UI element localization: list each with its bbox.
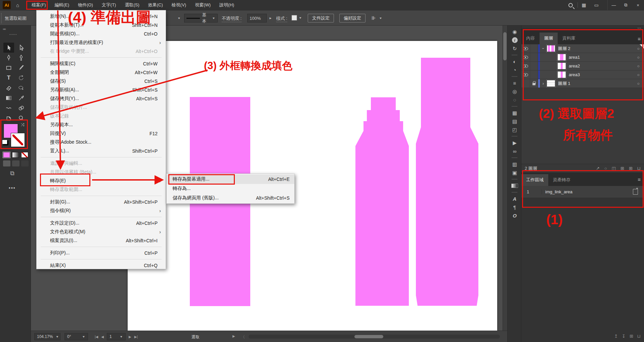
menubar-item[interactable]: 檢視(V) [167, 0, 190, 10]
last-artboard-button[interactable]: ▶| [134, 335, 138, 339]
layer-name[interactable]: area2 [569, 63, 633, 68]
visibility-toggle[interactable] [521, 79, 530, 88]
target-circle-icon[interactable]: ○ [633, 55, 644, 60]
file-menu-item[interactable]: 打開最近使用過的檔案(F) › [37, 38, 166, 47]
chevron-down-icon[interactable]: ▼ [299, 16, 302, 19]
layers-footer-icon[interactable]: ⊞ [620, 166, 624, 171]
panel-grip[interactable]: ▪▪▪▪▪▪ [9, 33, 17, 36]
zoom-tool[interactable] [16, 113, 27, 123]
dock-panel-icon[interactable]: A [513, 195, 517, 203]
chevron-down-icon[interactable]: ▼ [379, 17, 382, 20]
curvature-tool[interactable] [16, 53, 27, 63]
draw-normal-button[interactable] [3, 160, 10, 166]
file-menu-item[interactable]: 另存範本... [37, 120, 166, 129]
restore-button[interactable]: ⧉ [620, 0, 632, 10]
gradient-button[interactable] [12, 152, 19, 158]
layer-thumbnail[interactable] [557, 54, 566, 61]
layers-footer-icon[interactable]: ◫ [612, 166, 616, 171]
layer-row[interactable]: area1 ○ [521, 53, 644, 62]
layers-panel-menu-icon[interactable]: ≡ [638, 36, 641, 42]
color-button[interactable] [3, 152, 10, 158]
paintbrush-tool[interactable] [16, 63, 27, 73]
artboard-tool[interactable] [3, 113, 14, 123]
preferences-button[interactable]: 偏好設定 [339, 14, 366, 22]
file-menu-item[interactable]: 文件設定(D)... Alt+Ctrl+P [37, 219, 166, 228]
align-options-icon[interactable]: ⊪ [372, 15, 376, 21]
file-menu-item[interactable]: 置入(L)... Shift+Ctrl+P [37, 147, 166, 155]
opacity-label[interactable]: 不透明度 : [222, 15, 242, 22]
horizontal-scrollbar-thumb[interactable] [354, 335, 383, 338]
arrange-documents-icon[interactable]: ▭ [594, 2, 599, 8]
menubar-item[interactable]: 編輯(E) [50, 0, 74, 10]
zoom-level-select[interactable]: 104.17% ▼ [34, 333, 60, 340]
change-screen-mode-icon[interactable]: ⧉ [10, 170, 14, 177]
menubar-item[interactable]: 說明(H) [215, 0, 239, 10]
artboard-row[interactable]: 1 img_link_area [521, 189, 644, 195]
artboards-panel-menu-icon[interactable]: ≡ [638, 177, 641, 182]
dock-panel-icon[interactable]: ▦ [512, 109, 517, 117]
dock-panel-icon[interactable]: ▤ [512, 117, 517, 126]
file-menu-item[interactable]: 列印(P)... Ctrl+P [37, 249, 166, 257]
file-menu-item[interactable]: 儲存拷貝(Y)... Alt+Ctrl+S [37, 94, 166, 103]
dock-panel-icon[interactable]: ¶ [513, 203, 516, 211]
file-menu-item[interactable]: 封裝(G)... Alt+Shift+Ctrl+P [37, 198, 166, 206]
dock-panel-icon[interactable]: ↻ [513, 44, 517, 53]
rotation-select[interactable]: 0° ▼ [65, 333, 88, 340]
search-icon[interactable] [568, 3, 573, 7]
target-circle-icon[interactable]: ○ [633, 81, 644, 86]
opacity-expand-icon[interactable]: ▼ [268, 17, 272, 20]
prev-artboard-button[interactable]: ◀ [101, 335, 104, 339]
rectangle-tool[interactable] [3, 63, 14, 73]
lock-toggle[interactable] [530, 79, 538, 88]
panel-drag-handle[interactable] [1, 13, 2, 23]
layer-name[interactable]: 圖層 1 [558, 81, 633, 87]
layer-row[interactable]: area2 ○ [521, 62, 644, 70]
file-menu-item[interactable]: 邀請參與編輯... [37, 159, 166, 168]
direct-selection-tool[interactable] [16, 43, 27, 53]
style-label[interactable]: 樣式 : [276, 15, 287, 22]
layer-name[interactable]: 圖層 2 [558, 46, 633, 52]
panel-tab[interactable]: 工作區域 [521, 174, 548, 186]
stroke-color-swatch[interactable] [11, 133, 25, 147]
lock-toggle[interactable] [530, 44, 538, 53]
first-artboard-button[interactable]: |◀ [95, 335, 98, 339]
default-fill-stroke-icon[interactable] [2, 140, 7, 144]
menubar-item[interactable]: 效果(C) [144, 0, 167, 10]
layer-thumbnail[interactable] [557, 62, 566, 69]
menubar-item[interactable]: 物件(O) [74, 0, 97, 10]
layer-thumbnail[interactable] [547, 45, 555, 52]
artboards-footer-icon[interactable]: ⊞ [630, 334, 633, 339]
pink-bottle-shape-2[interactable] [416, 58, 478, 306]
layer-row[interactable]: › 圖層 1 ○ [521, 79, 644, 88]
layers-footer-icon[interactable]: ↗ [596, 166, 600, 171]
lock-toggle[interactable] [530, 53, 538, 61]
dock-panel-icon[interactable]: ◎ [512, 87, 517, 96]
expand-chevron-icon[interactable]: › [540, 46, 547, 51]
document-setup-button[interactable]: 文件設定 [308, 14, 334, 22]
menubar-item[interactable]: 選取(S) [120, 0, 143, 10]
stroke-style-select[interactable]: 基本 ▼ [184, 14, 218, 22]
dock-panel-icon[interactable]: i [512, 36, 518, 44]
draw-inside-button[interactable] [21, 160, 29, 166]
lock-toggle[interactable] [530, 62, 538, 70]
menubar-item[interactable]: 檔案(F) [27, 0, 50, 10]
layer-row[interactable]: › 圖層 2 ○ [521, 44, 644, 53]
selection-tool[interactable] [3, 43, 14, 53]
file-menu-item[interactable]: 結束(X) Ctrl+Q [37, 261, 166, 270]
dock-panel-icon[interactable]: ◉ [512, 28, 517, 36]
target-circle-icon[interactable]: ○ [633, 64, 644, 68]
close-button[interactable]: × [632, 0, 644, 10]
visibility-toggle[interactable] [521, 70, 530, 79]
minimize-button[interactable]: — [608, 0, 620, 10]
menubar-item[interactable]: 視窗(W) [190, 0, 215, 10]
pen-tool[interactable] [3, 53, 14, 63]
target-circle-icon[interactable]: ○ [633, 72, 644, 77]
dock-panel-icon[interactable]: ◰ [512, 126, 517, 134]
artboards-footer-icon[interactable]: ↧ [622, 334, 626, 339]
dock-panel-icon[interactable]: ▥ [512, 160, 517, 168]
dock-panel-icon[interactable]: ▶ [513, 139, 517, 147]
dock-panel-icon[interactable] [511, 182, 518, 190]
file-menu-item[interactable]: 文件色彩模式(M) › [37, 228, 166, 236]
file-menu-item[interactable]: 儲存選取的切片... [37, 103, 166, 112]
artboard-page-icon[interactable] [633, 189, 638, 195]
